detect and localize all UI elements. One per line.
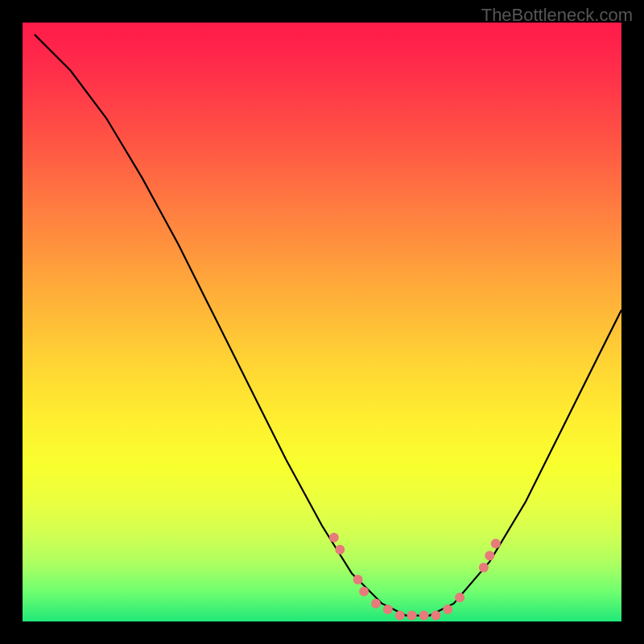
data-point [407, 611, 417, 621]
data-point [335, 545, 345, 555]
data-points-group [329, 533, 501, 621]
data-point [395, 611, 405, 621]
data-point [383, 605, 393, 614]
data-point [479, 563, 489, 572]
data-point [431, 611, 440, 621]
data-point [359, 587, 369, 597]
data-point [353, 575, 363, 584]
data-point [485, 551, 494, 560]
data-point [371, 599, 381, 609]
chart-svg [23, 23, 621, 621]
plot-area [23, 23, 621, 621]
data-point [491, 539, 501, 548]
data-point [419, 611, 429, 621]
watermark-text: TheBottleneck.com [481, 5, 633, 26]
data-point [329, 533, 339, 543]
data-point [455, 592, 464, 602]
data-point [443, 605, 452, 614]
bottleneck-curve [35, 35, 621, 616]
